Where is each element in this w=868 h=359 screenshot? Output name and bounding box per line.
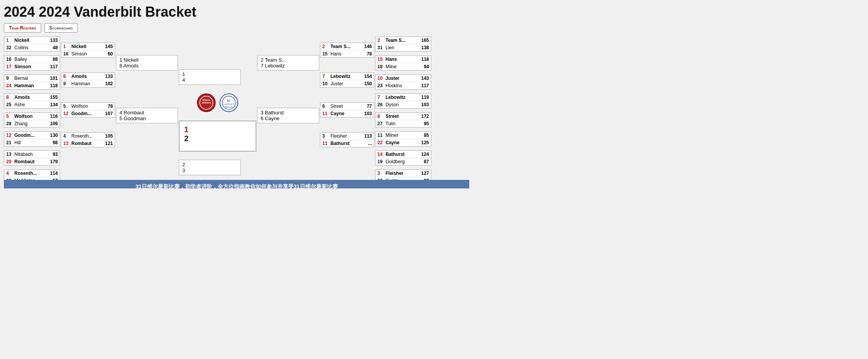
final-block: 12 [179,121,256,152]
team2-seed: 18 [377,64,384,69]
team1-score: 101 [50,76,58,81]
team1-score: 116 [50,114,58,119]
team2-score: 60 [108,51,113,57]
team1-seed: 15 [377,57,384,62]
team1-seed: 2 [377,38,384,43]
team1-name: Rosenth... [70,133,105,139]
team2-seed: 31 [377,45,384,50]
team2-seed: 16 [63,51,70,57]
match-block: 5Wolfson7812Goodm...107 [61,102,115,117]
semifinal-block: 3 Bathurst6 Cayne [257,108,319,123]
team1-name: Team S... [329,44,364,49]
team2-score: 138 [421,45,429,50]
team2-score: 98 [53,140,58,145]
semifinal-block: 23 [179,160,241,175]
left-round1: 1Nickell13332Collins4816Bailey8817Simson… [4,36,60,185]
team1-seed: 13 [6,152,13,157]
match-block: 16Bailey8817Simson117 [4,55,60,71]
nav-buttons: Team Rosters Scoreboard [4,23,469,33]
left-round2: 1Nickell14516Simson608Amoils1339Hamman10… [61,36,115,147]
semifinal-block: 1 Nickell8 Amoils [116,55,178,71]
team1-name: Nitabach [13,152,53,157]
team1-score: 124 [421,152,429,157]
team1-seed: 1 [63,44,70,49]
right-round3: 2 Team S...7 Lebowitz3 Bathurst6 Cayne [257,36,319,123]
team1-seed: 5 [6,114,13,119]
match-block: 14Bathurst12419Goldberg87 [375,150,431,166]
team2-seed: 20 [6,159,13,164]
team2-score: 179 [50,159,58,164]
team1-score: 114 [50,171,58,176]
team2-seed: 10 [322,81,329,86]
svg-point-4 [220,94,238,112]
team1-score: 146 [364,44,372,49]
team1-score: 118 [421,57,429,62]
team1-score: 93 [53,152,58,157]
right-round1: 2Team S...16531Lien13815Hans11818Milne94… [375,36,431,185]
semi-team2: 8 Amoils [119,63,175,69]
team1-score: 133 [105,74,113,79]
team2-seed: 11 [322,141,329,146]
semi-team1: 4 Rombaut [119,110,175,116]
team2-name: Cayne [329,111,364,116]
team-rosters-button[interactable]: Team Rosters [4,23,41,33]
team2-seed: 22 [377,140,384,145]
team2-name: Rombaut [13,159,50,164]
team1-name: Rosenth... [13,171,50,176]
scoreboard-button[interactable]: Scoreboard [44,23,78,33]
team2-name: Goodm... [70,111,105,116]
team2-score: 78 [367,51,372,57]
team2-score: 48 [53,45,58,50]
team1-score: 119 [421,95,429,100]
team2-score: 95 [424,121,429,126]
team1-seed: 8 [6,95,13,100]
match-block: 2Team S...14615Hans78 [320,43,374,58]
match-block: 4Rosenth...10513Rombaut121 [61,132,115,147]
team2-seed: 25 [6,102,13,107]
team2-name: Hamman [13,83,50,88]
team2-score: ... [368,141,372,146]
team1-seed: 6 [377,114,384,119]
team1-name: Wolfson [70,104,108,109]
team2-score: 109 [50,121,58,126]
match-block: 3Fleisher11311Bathurst... [320,132,374,147]
team1-score: 88 [53,57,58,62]
team2-score: 117 [50,64,58,69]
team2-score: 87 [424,159,429,164]
team1-name: Amoils [13,95,50,100]
team1-name: Fleisher [329,133,364,139]
semifinal-block: 4 Rombaut5 Goodman [116,108,178,123]
match-block: 5Wolfson11628Zhang109 [4,112,60,128]
team2-score: 103 [421,102,429,107]
team2-seed: 27 [377,121,384,126]
team1-name: Goodm... [13,133,50,138]
match-block: 7Lebowitz15410Juster150 [320,72,374,88]
match-block: 6Street7711Cayne103 [320,102,374,117]
match-block: 8Amoils15525Ashe134 [4,93,60,109]
team2-score: 102 [105,81,113,86]
semi-team1: 2 Team S... [261,57,316,63]
team2-seed: 28 [6,121,13,126]
match-block: 7Lebowitz11926Dyson103 [375,93,431,109]
team2-name: Collins [13,45,53,50]
team2-seed: 13 [63,141,70,146]
bracket-container: 1Nickell13332Collins4816Bailey8817Simson… [4,36,469,185]
team2-seed: 15 [322,51,329,57]
svg-text:BRIDGE: BRIDGE [202,99,210,101]
team2-name: Hoskins [384,83,421,88]
team2-score: 94 [424,64,429,69]
team1-score: 165 [421,38,429,43]
team2-name: Lien [384,45,421,50]
team2-name: Simson [70,51,108,57]
team2-score: 150 [364,81,372,86]
team2-name: Simson [13,64,50,69]
team2-score: 125 [421,140,429,145]
team2-seed: 24 [6,83,13,88]
team1-seed: 2 [322,44,329,49]
team2-name: Tulin [384,121,424,126]
team2-seed: 26 [377,102,384,107]
team2-seed: 11 [322,111,329,116]
team2-seed: 32 [6,45,13,50]
match-block: 10Juster14323Hoskins117 [375,74,431,90]
team1-seed: 3 [377,171,384,176]
